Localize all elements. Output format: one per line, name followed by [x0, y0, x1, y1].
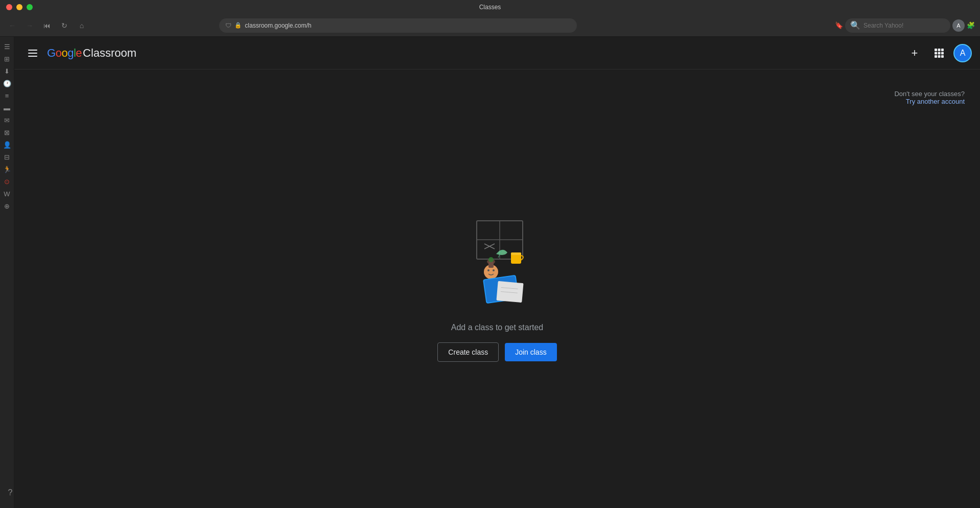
- sidebar-icon-add[interactable]: ⊕: [2, 200, 13, 212]
- main-area: Google Classroom +: [14, 37, 980, 508]
- header-right: + A: [904, 43, 972, 63]
- sidebar-icon-9[interactable]: 👤: [2, 139, 13, 150]
- add-class-text: Add a class to get started: [451, 323, 544, 332]
- sidebar-icon-4[interactable]: 🕐: [2, 78, 13, 89]
- extensions-icon[interactable]: 🧩: [967, 21, 975, 29]
- svg-rect-9: [935, 55, 937, 58]
- minimize-button[interactable]: [16, 4, 22, 10]
- rewind-button[interactable]: ⏮: [40, 18, 54, 33]
- sidebar-icon-special[interactable]: ⊙: [2, 176, 13, 187]
- buttons-row: Create class Join class: [437, 342, 556, 362]
- bookmark-icon[interactable]: 🔖: [835, 21, 843, 29]
- svg-rect-2: [28, 56, 37, 57]
- svg-point-22: [493, 269, 495, 271]
- try-another-account-link[interactable]: Try another account: [894, 98, 965, 105]
- sidebar-icon-11[interactable]: 🏃: [2, 164, 13, 175]
- svg-rect-8: [941, 52, 944, 54]
- dont-see-classes: Don't see your classes? Try another acco…: [894, 90, 965, 105]
- browser-right-controls: 🔖 🔍 A 🧩: [835, 18, 975, 33]
- svg-rect-6: [935, 52, 937, 54]
- dont-see-text: Don't see your classes?: [894, 90, 965, 98]
- sidebar-icon-2[interactable]: ⊞: [2, 53, 13, 64]
- home-button[interactable]: ⌂: [75, 18, 89, 33]
- lock-icon: 🔒: [235, 22, 242, 29]
- logo: Google Classroom: [47, 47, 136, 60]
- sidebar-icon-wiki[interactable]: W: [2, 188, 13, 199]
- sidebar-icon-3[interactable]: ⬇: [2, 65, 13, 77]
- svg-rect-5: [941, 49, 944, 51]
- window-controls[interactable]: [6, 4, 33, 10]
- browser-sidebar: ☰ ⊞ ⬇ 🕐 ≡ ▬ ✉ ⊠ 👤 ⊟ 🏃 ⊙ W ⊕ ?: [0, 37, 14, 508]
- svg-point-30: [488, 257, 494, 262]
- sidebar-icon-7[interactable]: ✉: [2, 114, 13, 126]
- classroom-header: Google Classroom +: [14, 37, 980, 70]
- sidebar-icon-8[interactable]: ⊠: [2, 127, 13, 138]
- shield-icon: 🛡: [225, 22, 231, 29]
- google-logo-text: Google: [47, 47, 82, 60]
- classroom-illustration-container: [456, 216, 538, 313]
- url-text: classroom.google.com/h: [245, 22, 311, 29]
- address-bar[interactable]: 🛡 🔒 classroom.google.com/h: [219, 18, 577, 33]
- search-bar[interactable]: 🔍: [845, 18, 950, 33]
- apps-button[interactable]: [929, 43, 949, 63]
- browser-profile-avatar[interactable]: A: [952, 19, 965, 32]
- title-bar: Classes: [0, 0, 980, 14]
- svg-rect-3: [935, 49, 937, 51]
- hamburger-menu-button[interactable]: [22, 43, 43, 63]
- back-button[interactable]: ←: [5, 18, 19, 33]
- svg-rect-29: [488, 262, 494, 268]
- join-class-button[interactable]: Join class: [505, 343, 556, 361]
- search-input[interactable]: [864, 22, 945, 29]
- sidebar-icon-10[interactable]: ⊟: [2, 151, 13, 163]
- sidebar-icon-5[interactable]: ≡: [2, 90, 13, 101]
- refresh-button[interactable]: ↻: [57, 18, 72, 33]
- svg-rect-0: [28, 50, 37, 51]
- svg-rect-7: [938, 52, 941, 54]
- svg-point-21: [487, 269, 489, 271]
- forward-button[interactable]: →: [22, 18, 37, 33]
- classroom-illustration-svg: [456, 216, 538, 313]
- add-class-button[interactable]: +: [904, 43, 925, 63]
- svg-rect-25: [496, 281, 523, 303]
- svg-rect-11: [941, 55, 944, 58]
- profile-avatar[interactable]: A: [953, 44, 972, 62]
- close-button[interactable]: [6, 4, 12, 10]
- maximize-button[interactable]: [27, 4, 33, 10]
- create-class-button[interactable]: Create class: [437, 342, 499, 362]
- svg-rect-4: [938, 49, 941, 51]
- sidebar-icon-6[interactable]: ▬: [2, 102, 13, 113]
- svg-rect-1: [28, 53, 37, 54]
- svg-rect-19: [511, 252, 521, 255]
- sidebar-icon-1[interactable]: ☰: [2, 41, 13, 52]
- browser-chrome: ← → ⏮ ↻ ⌂ 🛡 🔒 classroom.google.com/h 🔖 🔍…: [0, 14, 980, 37]
- search-icon: 🔍: [850, 20, 860, 30]
- classroom-logo-text: Classroom: [83, 47, 136, 60]
- svg-rect-10: [938, 55, 941, 58]
- content-area: Don't see your classes? Try another acco…: [14, 70, 980, 508]
- window-title: Classes: [479, 4, 501, 11]
